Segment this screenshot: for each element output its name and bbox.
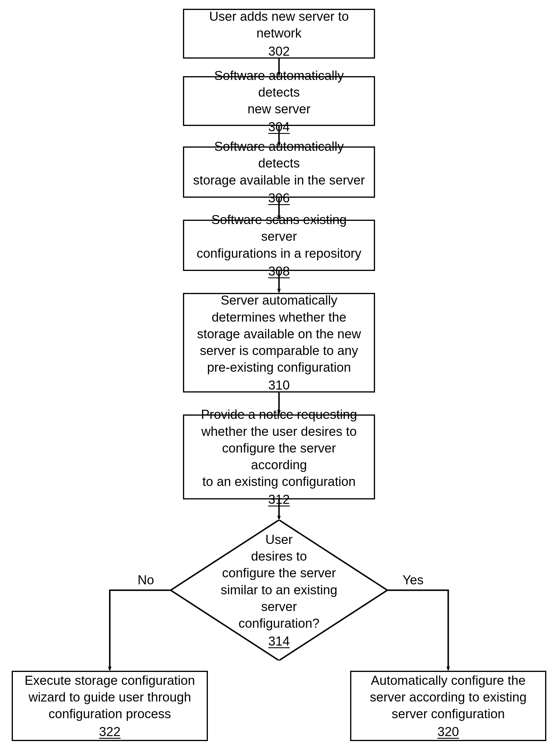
node-text: User adds new server tonetwork <box>209 8 349 41</box>
node-text: Software automatically detectsstorage av… <box>193 138 365 188</box>
node-308: Software scans existing serverconfigurat… <box>183 220 375 271</box>
decision-314: Userdesires toconfigure the serversimila… <box>171 520 387 660</box>
node-num: 306 <box>268 190 289 206</box>
edge-label-no: No <box>137 572 154 587</box>
decision-num: 314 <box>268 633 289 650</box>
edge-label-yes: Yes <box>403 572 424 587</box>
node-312: Provide a notice requestingwhether the u… <box>183 414 375 499</box>
node-text: Provide a notice requestingwhether the u… <box>193 406 365 490</box>
node-text: Software automatically detectsnew server <box>193 67 365 118</box>
node-num: 308 <box>268 263 289 279</box>
node-num: 320 <box>437 723 459 740</box>
edge-314-320-yes <box>387 590 448 670</box>
node-num: 322 <box>99 723 120 740</box>
node-320: Automatically configure theserver accord… <box>350 671 546 741</box>
node-306: Software automatically detectsstorage av… <box>183 146 375 198</box>
node-text: Server automaticallydetermines whether t… <box>197 292 361 375</box>
node-text: Execute storage configurationwizard to g… <box>25 672 195 722</box>
node-num: 310 <box>268 377 289 393</box>
node-num: 312 <box>268 491 289 508</box>
node-text: Software scans existing serverconfigurat… <box>193 211 365 262</box>
edge-314-322-no <box>110 590 171 670</box>
node-302: User adds new server tonetwork 302 <box>183 9 375 58</box>
node-num: 304 <box>268 118 289 135</box>
node-322: Execute storage configurationwizard to g… <box>12 671 208 741</box>
node-310: Server automaticallydetermines whether t… <box>183 293 375 392</box>
node-text: Automatically configure theserver accord… <box>370 672 527 722</box>
decision-text: Userdesires toconfigure the serversimila… <box>221 532 337 630</box>
node-304: Software automatically detectsnew server… <box>183 76 375 126</box>
node-num: 302 <box>268 43 289 59</box>
